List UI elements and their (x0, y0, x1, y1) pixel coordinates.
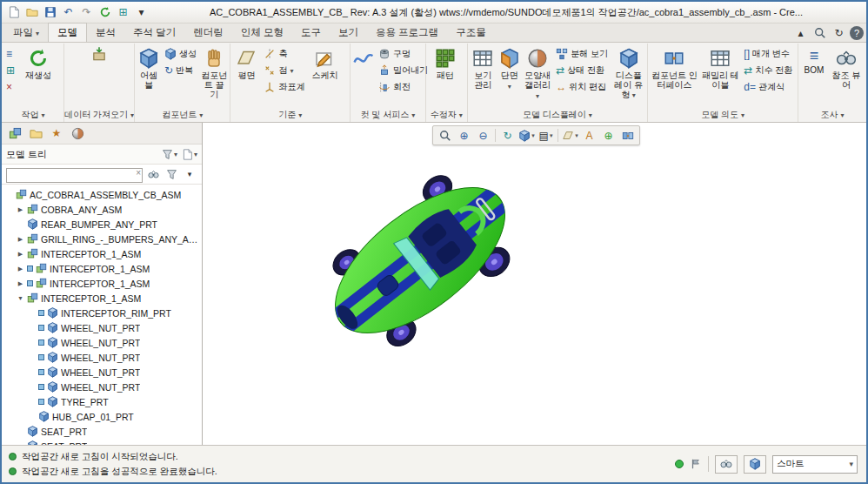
car-model[interactable] (290, 130, 551, 391)
selection-filter-select[interactable]: 스마트 (772, 455, 858, 474)
point-button[interactable]: 점 (262, 63, 306, 78)
tree-item[interactable]: WHEEL_NUT_PRT (2, 320, 202, 335)
group-footer-modifiers[interactable]: 수정자 (426, 108, 467, 122)
find-in-model-button[interactable] (715, 455, 738, 474)
ribbon-tab[interactable]: 주석 달기 (124, 24, 184, 42)
regenerate-quick-button[interactable] (97, 4, 113, 21)
ribbon-tab[interactable]: 보기 (330, 24, 367, 42)
family-table-button[interactable]: 패밀리 테이블 (700, 46, 740, 90)
group-footer-investigate[interactable]: 조사 (798, 108, 866, 122)
tree-item[interactable]: INTERCEPTOR_1_ASM (2, 276, 202, 291)
favorites-button[interactable]: ★ (48, 124, 65, 142)
pattern-button[interactable]: 패턴 (428, 46, 463, 80)
tree-filter-button[interactable] (162, 146, 177, 162)
edit-position-button[interactable]: ↔위치 편집 (554, 79, 610, 95)
assemble-button[interactable]: 어셈블 (137, 46, 161, 90)
tree-item[interactable]: TYRE_PRT (2, 394, 202, 409)
switch-dimensions-button[interactable]: ⇄치수 전환 (742, 63, 794, 78)
expand-arrow[interactable] (17, 236, 24, 243)
appearance-gallery-button[interactable]: 모양새 갤러리 (523, 46, 552, 101)
minimize-ribbon-button[interactable]: ▴ (792, 24, 809, 41)
tree-item[interactable]: HUB_CAP_01_PRT (2, 409, 202, 424)
tree-filter-funnel-button[interactable] (164, 166, 179, 182)
sync-button[interactable]: ↻ (831, 24, 847, 41)
paste-button[interactable]: ≡ (4, 46, 17, 62)
undo-button[interactable]: ↶ (60, 4, 77, 21)
csys-button[interactable]: 좌표계 (262, 79, 306, 95)
delete-button[interactable]: × (4, 79, 17, 95)
ribbon-tab[interactable]: 파일 (4, 24, 48, 42)
ribbon-tab[interactable]: 응용 프로그램 (367, 24, 447, 42)
tree-item[interactable]: AC_COBRA1_ASSEMBLY_CB_ASM (2, 187, 202, 202)
tree-item[interactable]: WHEEL_NUT_PRT (2, 380, 202, 394)
section-button[interactable]: 단면 (498, 46, 521, 91)
tree-item[interactable]: INTERCEPTOR_1_ASM (2, 261, 202, 276)
tree-item[interactable]: SEAT_PRT (2, 424, 202, 439)
new-button[interactable] (5, 4, 22, 21)
expand-arrow[interactable] (17, 280, 24, 287)
quick-access-customize-button[interactable]: ▾ (133, 4, 150, 21)
tree-item[interactable]: INTERCEPTOR_RIM_PRT (2, 306, 202, 320)
tree-item[interactable]: COBRA_ANY_ASM (2, 202, 202, 217)
help-button[interactable]: ? (850, 26, 864, 40)
expand-arrow[interactable] (17, 251, 24, 258)
window-manager-button[interactable]: ⊞ (115, 4, 131, 21)
save-button[interactable] (42, 4, 58, 21)
repeat-button[interactable]: ↻반복 (163, 63, 198, 78)
sketch-button[interactable]: 스케치 (308, 46, 341, 80)
drag-components-button[interactable]: 컴포넌트 끌기 (200, 46, 228, 99)
ribbon-tab[interactable]: 렌더링 (184, 24, 232, 42)
state-toggle-button[interactable]: ⇄상태 전환 (554, 63, 610, 78)
revolve-button[interactable]: 회전 (377, 79, 430, 95)
spin-center-button[interactable]: ⊕ (599, 127, 618, 144)
ribbon-tab[interactable]: 분석 (87, 24, 124, 42)
expand-arrow[interactable] (17, 266, 24, 272)
clear-search-icon[interactable]: × (136, 168, 141, 178)
group-footer-operations[interactable]: 작업 (3, 108, 63, 122)
component-interface-button[interactable]: 컴포넌트 인터페이스 (650, 46, 698, 90)
tree-item[interactable]: GRILL_RING_-_BUMPERS_ANY_ASM (2, 232, 202, 246)
open-button[interactable] (23, 4, 40, 21)
extrude-button[interactable]: 밀어내기 (377, 63, 430, 78)
tree-item[interactable]: INTERCEPTOR_1_ASM (2, 291, 202, 306)
group-footer-component[interactable]: 컴포넌트 (135, 108, 230, 122)
tree-collapse-button[interactable]: ▾ (182, 166, 197, 182)
import-data-button[interactable] (90, 46, 109, 62)
select-geometry-button[interactable] (744, 455, 766, 474)
model-tree-tab-button[interactable] (6, 124, 23, 142)
tree-settings-button[interactable] (182, 146, 197, 162)
tree-item[interactable]: REAR_BUMPER_ANY_PRT (2, 217, 202, 232)
exploded-view-button[interactable]: 분해 보기 (554, 46, 610, 62)
tree-item[interactable]: WHEEL_NUT_PRT (2, 365, 202, 380)
create-component-button[interactable]: 생성 (163, 46, 198, 62)
ribbon-tab[interactable]: 모델 (48, 23, 87, 42)
display-style-button[interactable]: 디스플레이 유형 (611, 46, 645, 100)
view-manager-button[interactable]: 보기 관리 (470, 46, 497, 90)
bom-button[interactable]: ≡ BOM (800, 46, 828, 75)
ribbon-tab[interactable]: 인체 모형 (232, 24, 292, 42)
ribbon-tab[interactable]: 도구 (292, 24, 330, 42)
expand-arrow[interactable] (17, 206, 24, 213)
view-orientation-button[interactable] (618, 127, 637, 144)
folder-browser-button[interactable] (27, 124, 44, 142)
hole-button[interactable]: 구멍 (377, 46, 430, 62)
tree-item[interactable]: WHEEL_NUT_PRT (2, 350, 202, 365)
parameters-button[interactable]: []매개 변수 (742, 46, 794, 62)
flag-icon[interactable] (690, 458, 702, 470)
boundary-blend-button[interactable] (352, 46, 375, 69)
copy-button[interactable]: ⊞ (4, 63, 17, 78)
connections-button[interactable] (69, 124, 86, 142)
tree-item[interactable]: SEAT_PRT (2, 439, 202, 445)
datum-display-filters-button[interactable] (561, 127, 579, 144)
annotation-display-button[interactable]: A (580, 127, 598, 144)
model-viewport[interactable] (290, 130, 551, 391)
group-footer-model-intent[interactable]: 모델 의도 (648, 108, 798, 122)
group-footer-cut-surface[interactable]: 컷 및 서피스 (351, 108, 425, 122)
graphics-area[interactable]: ⊕ ⊖ ↻ ▤ A ⊕ (203, 123, 866, 445)
reference-viewer-button[interactable]: 참조 뷰어 (830, 46, 863, 90)
regenerate-button[interactable]: 재생성 (18, 46, 58, 80)
relations-button[interactable]: d=관계식 (742, 79, 794, 95)
redo-button[interactable]: ↷ (78, 4, 95, 21)
group-footer-datum[interactable]: 기준 (230, 108, 350, 122)
plane-button[interactable]: 평면 (232, 46, 260, 80)
